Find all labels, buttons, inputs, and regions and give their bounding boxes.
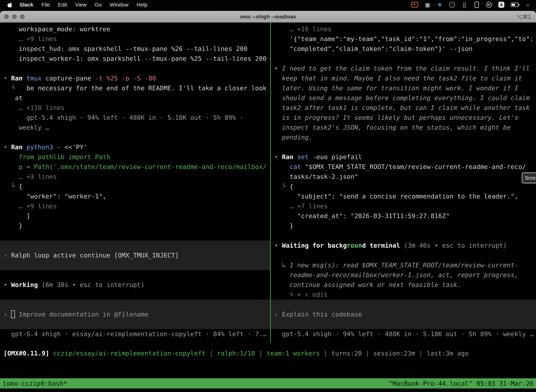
terminal-line [0, 290, 270, 300]
close-button[interactable] [4, 14, 9, 19]
terminal-line [0, 241, 270, 250]
terminal-pane-right[interactable]: … +16 lines '{"team_name":"my-team","tas… [271, 23, 536, 343]
text-segment: pending. [274, 134, 312, 141]
text-segment: Waiting for backg [282, 242, 347, 249]
text-segment: | [255, 350, 267, 357]
text-segment: -t %25 -p -S -80 [95, 75, 156, 82]
blue-app-icon[interactable]: ❖ [437, 1, 443, 8]
terminal-line: … +3 lines [0, 172, 270, 182]
text-segment: last:3m ago [427, 350, 469, 357]
text-segment: "completed","claim_token":"claim-token"}… [274, 45, 473, 52]
terminal-line: readme-and-reco/mailbox/worker-1.json, a… [271, 270, 536, 280]
text-segment: task2 after task1 is complete, but can I… [274, 104, 530, 111]
terminal-line: } [271, 221, 536, 231]
recording-indicator-icon[interactable] [411, 1, 418, 8]
fan-icon[interactable]: ☼ [525, 1, 531, 8]
text-segment: team:1 workers [267, 350, 320, 357]
terminal-line: p = Path('.omx/state/team/review-current… [0, 162, 270, 172]
zoom-button[interactable] [20, 14, 25, 19]
menu-items: SlackFileEditViewGoWindowHelp [15, 2, 151, 8]
menu-help[interactable]: Help [133, 2, 152, 8]
battery-gauge-icon[interactable]: 61 [486, 1, 492, 8]
text-segment: › Explain this codebase [274, 311, 362, 318]
command-line: • Ran tmux capture-pane -t %25 -p -S -80 [0, 73, 270, 83]
terminal-line: '{"team_name":"my-team","task_id":"1","f… [271, 34, 536, 44]
terminal-line: "worker": "worker-1", [0, 191, 270, 201]
text-segment: p = Path('.omx/state/team/review-current… [4, 163, 267, 170]
text-segment: … +9 lines [4, 202, 57, 210]
text-segment: (3m 46s • esc to interrupt) [400, 242, 507, 249]
text-segment: from pathlib import Path [4, 153, 110, 160]
text-segment: | [415, 350, 427, 357]
text-segment: └ [4, 183, 19, 190]
terminal-line: weekly … [0, 123, 270, 132]
terminal-line: tasks/task-2.json" [271, 172, 536, 182]
text-segment: inspect_worker-1: omx sparkshell --tmux-… [4, 55, 267, 62]
text-segment: session:23m [373, 350, 415, 357]
text-segment: (6m 38s • esc to interrupt) [38, 281, 144, 288]
text-segment: | [362, 350, 373, 357]
battery-fill [512, 4, 515, 6]
battery-body [511, 3, 518, 7]
text-segment: "created_at": "2026-03-31T11:59:27.816Z" [274, 212, 450, 219]
text-segment: | [206, 350, 217, 357]
menu-edit[interactable]: Edit [54, 2, 71, 8]
terminal-line [0, 231, 270, 241]
terminal-line: keep that in mind. Maybe I also need the… [271, 73, 536, 83]
omx-status-line: [OMX#0.11.9] cczip/essay/ai-reimplementa… [0, 348, 536, 358]
apple-menu-icon[interactable] [5, 2, 15, 8]
prompt-suggestion-line[interactable]: › Explain this codebase [271, 309, 536, 319]
menu-slack[interactable]: Slack [15, 2, 37, 8]
terminal-line: └ { [0, 182, 270, 191]
titlebar[interactable]: omx --xhigh --madmax ⌥⌘1 [0, 11, 536, 23]
text-segment: d terminal [362, 242, 400, 249]
apple-logo-icon [7, 2, 13, 8]
text-segment [274, 163, 290, 170]
text-segment: is in progress? It seems likely but perh… [274, 114, 518, 121]
window-title: omx --xhigh --madmax [0, 14, 536, 20]
terminal-line: later. Using the same for transition mig… [271, 83, 536, 93]
minimize-button[interactable] [12, 14, 17, 19]
omx-hud: [OMX#0.11.9] cczip/essay/ai-reimplementa… [0, 343, 536, 378]
text-segment: ⌥ + ↑ edit [274, 291, 328, 298]
text-segment: be necessary for the end of the README. … [26, 84, 266, 92]
text-segment: • [4, 75, 11, 82]
terminal-line: inspect_worker-1: omx sparkshell --tmux-… [0, 54, 270, 64]
terminal-line: at [0, 93, 270, 103]
dark-app-icon[interactable] [449, 1, 455, 8]
text-segment: { [19, 183, 23, 190]
battery-icon[interactable] [511, 1, 518, 8]
gauge-ring: 61 [486, 2, 492, 8]
phone-shape [475, 2, 479, 8]
text-segment: "subject": "send a concise recommendatio… [274, 193, 518, 200]
terminal-line [271, 231, 536, 241]
text-segment: cat [290, 163, 301, 170]
terminal-line [0, 270, 270, 280]
iphone-mirroring-icon[interactable] [474, 1, 480, 8]
text-segment: should send a message before completing … [274, 94, 530, 102]
window-tiling-icon[interactable]: ▦ [425, 1, 431, 8]
text-segment: └ [274, 183, 290, 190]
terminal-line: "completed","claim_token":"claim-token"}… [271, 44, 536, 54]
text-segment: • [4, 144, 11, 151]
terminal-line: } [0, 221, 270, 231]
text-segment: Ralph loop active continue [OMX_TMUX_INJ… [11, 252, 179, 259]
menu-view[interactable]: View [71, 2, 90, 8]
input-source-icon[interactable]: A [498, 1, 504, 8]
command-line: • Ran python3 - <<'PY' [0, 142, 270, 152]
terminal-line [271, 142, 536, 152]
terminal-line: ⌥ + ↑ edit [271, 290, 536, 300]
terminal-pane-left[interactable]: workspace_mode: worktree … +9 lines insp… [0, 23, 270, 343]
prompt-input-line[interactable]: › Improve documentation in @filename [0, 309, 270, 319]
menu-file[interactable]: File [37, 2, 54, 8]
recording-box [411, 2, 418, 8]
menu-window[interactable]: Window [106, 2, 133, 8]
screen-button-clipped[interactable]: Scre [522, 173, 536, 183]
app-grid-icon[interactable]: ⣿ [461, 1, 467, 8]
terminal-line: task2 after task1 is complete, but can I… [271, 103, 536, 113]
text-cursor [11, 310, 15, 318]
menubar-left: SlackFileEditViewGoWindowHelp [0, 2, 151, 8]
terminal-line: └ { [271, 182, 536, 191]
input-source-letter: A [498, 2, 504, 8]
menu-go[interactable]: Go [91, 2, 106, 8]
